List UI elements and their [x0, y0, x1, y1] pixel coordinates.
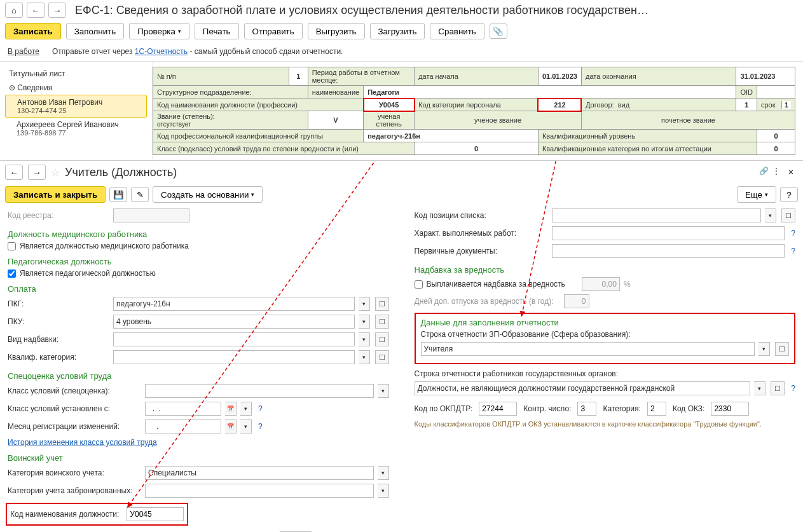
report-tree: Титульный лист ⊖ Сведения Антонов Иван П…: [0, 62, 153, 160]
pkg-dropdown-icon[interactable]: ▾: [359, 297, 370, 311]
import-button[interactable]: Загрузить: [370, 23, 425, 39]
chk-hazard[interactable]: [415, 280, 423, 289]
gov-line-label: Строка отчетности работников государстве…: [415, 369, 796, 378]
list-pos-dropdown-icon[interactable]: ▾: [765, 208, 776, 222]
month-reg-cal-icon[interactable]: 📅: [225, 419, 237, 433]
sec-spec-header: Спецоценка условий труда: [8, 371, 389, 381]
status-hint: Отправьте отчет через 1С-Отчетность - са…: [52, 47, 343, 56]
qual-select[interactable]: [113, 350, 355, 364]
list-pos-open-icon[interactable]: ☐: [781, 208, 795, 222]
bw-forward-button[interactable]: →: [28, 165, 46, 180]
pkg-open-icon[interactable]: ☐: [375, 297, 389, 311]
chk-med[interactable]: [8, 242, 16, 250]
save-icon-button[interactable]: 💾: [109, 187, 127, 202]
code-pos-input[interactable]: [127, 507, 184, 521]
hazard-val-input[interactable]: [582, 277, 620, 291]
help-button[interactable]: ?: [780, 187, 798, 202]
more-button[interactable]: Еще: [737, 186, 776, 203]
month-reg-help[interactable]: ?: [258, 422, 263, 431]
allowance-open-icon[interactable]: ☐: [375, 332, 389, 346]
save-button[interactable]: Записать: [5, 23, 61, 39]
work-char-help[interactable]: ?: [791, 229, 795, 238]
tree-title-sheet[interactable]: Титульный лист: [5, 67, 147, 81]
edu-line-open-icon[interactable]: ☐: [775, 342, 789, 356]
list-pos-select[interactable]: [552, 208, 762, 222]
print-button[interactable]: Печать: [195, 23, 239, 39]
arrow-right-icon: →: [53, 6, 61, 15]
report-data-group: Данные для заполнения отчетности Строка …: [415, 313, 796, 364]
pencil-icon-button[interactable]: ✎: [131, 187, 149, 202]
tree-person-2[interactable]: Архиереев Сергей Иванович 139-786-898 77: [5, 118, 147, 139]
qual-dropdown-icon[interactable]: ▾: [359, 350, 370, 364]
kebab-icon[interactable]: ⋮: [772, 167, 780, 178]
class-date-cal-icon[interactable]: 📅: [225, 402, 237, 416]
window-title: ЕФС-1: Сведения о заработной плате и усл…: [75, 4, 798, 17]
create-based-button[interactable]: Создать на основании: [153, 186, 263, 203]
gov-line-help[interactable]: ?: [791, 384, 795, 393]
link-icon[interactable]: 🔗: [759, 167, 769, 178]
compare-button[interactable]: Сравнить: [430, 23, 484, 39]
gov-line-select[interactable]: Должности, не являющиеся должностями гос…: [415, 381, 751, 395]
allowance-dropdown-icon[interactable]: ▾: [359, 332, 370, 346]
grid-category-code[interactable]: 212: [538, 99, 581, 111]
month-reg-dd-icon[interactable]: ▾: [240, 419, 252, 433]
extra-days-input[interactable]: [564, 294, 589, 308]
back-button[interactable]: ←: [27, 3, 45, 18]
month-reg-input[interactable]: [145, 419, 221, 433]
sec-report-header: Данные для заполнения отчетности: [421, 318, 790, 327]
prim-docs-input[interactable]: [552, 244, 785, 258]
pku-open-icon[interactable]: ☐: [375, 315, 389, 329]
bw-back-button[interactable]: ←: [5, 165, 23, 180]
class-date-input[interactable]: [145, 402, 221, 416]
home-button[interactable]: ⌂: [5, 3, 23, 18]
pkg-select[interactable]: педагогуч-216н: [113, 297, 355, 311]
work-char-input[interactable]: [552, 226, 785, 240]
check-button[interactable]: Проверка: [129, 23, 189, 39]
class-date-dd-icon[interactable]: ▾: [240, 402, 252, 416]
close-button[interactable]: ✕: [784, 167, 798, 178]
gov-line-open-icon[interactable]: ☐: [771, 381, 785, 395]
class-cond-dropdown-icon[interactable]: ▾: [378, 384, 389, 398]
report-service-link[interactable]: 1С-Отчетность: [135, 47, 188, 56]
send-button[interactable]: Отправить: [244, 23, 303, 39]
sec-hazard-header: Надбавка за вредность: [415, 265, 796, 275]
pencil-icon: ✎: [137, 190, 144, 200]
okpdtr-input[interactable]: [479, 402, 517, 416]
home-icon: ⌂: [11, 6, 17, 15]
registry-code-input[interactable]: [113, 208, 189, 222]
qual-open-icon[interactable]: ☐: [375, 350, 389, 364]
class-cond-select[interactable]: [145, 384, 374, 398]
sec-med-header: Должность медицинского работника: [8, 229, 389, 239]
control-input[interactable]: [577, 402, 596, 416]
save-close-button[interactable]: Записать и закрыть: [5, 186, 106, 203]
mil-reserved-dropdown-icon[interactable]: ▾: [378, 484, 389, 498]
allowance-select[interactable]: [113, 332, 355, 346]
okz-input[interactable]: [711, 402, 749, 416]
grid-code-position[interactable]: У0045: [364, 99, 415, 111]
status-state[interactable]: В работе: [8, 47, 39, 56]
favorite-icon[interactable]: ☆: [51, 167, 60, 179]
mil-cat-select[interactable]: Специалисты: [145, 466, 374, 480]
mil-reserved-select[interactable]: [145, 484, 374, 498]
sec-mil-header: Воинский учет: [8, 453, 389, 463]
forward-button[interactable]: →: [48, 3, 66, 18]
gov-line-dropdown-icon[interactable]: ▾: [754, 381, 765, 395]
tree-person-1[interactable]: Антонов Иван Петрович 130-274-474 25: [5, 95, 147, 118]
pku-dropdown-icon[interactable]: ▾: [359, 315, 370, 329]
export-button[interactable]: Выгрузить: [308, 23, 365, 39]
category-input[interactable]: [647, 402, 666, 416]
fill-button[interactable]: Заполнить: [66, 23, 124, 39]
prim-docs-help[interactable]: ?: [791, 247, 795, 256]
mil-cat-dropdown-icon[interactable]: ▾: [378, 466, 389, 480]
chk-ped[interactable]: [8, 269, 16, 278]
sec-pay-header: Оплата: [8, 284, 389, 294]
edu-line-dropdown-icon[interactable]: ▾: [758, 342, 770, 356]
registry-code-label: Код реестра:: [8, 211, 109, 220]
attach-button[interactable]: 📎: [490, 24, 507, 39]
paperclip-icon: 📎: [493, 27, 504, 36]
tree-group[interactable]: ⊖ Сведения: [5, 81, 147, 95]
history-link[interactable]: История изменения класса условий труда: [8, 438, 157, 447]
pku-select[interactable]: 4 уровень: [113, 315, 355, 329]
edu-line-select[interactable]: Учителя: [421, 342, 755, 356]
class-date-help[interactable]: ?: [258, 404, 263, 413]
